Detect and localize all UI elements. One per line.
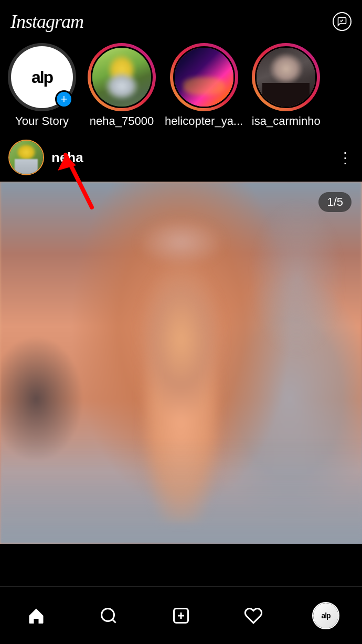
add-story-button[interactable]: +	[55, 90, 73, 108]
neha-story-avatar	[91, 46, 153, 108]
nav-home[interactable]	[20, 600, 52, 631]
neha-avatar-wrapper	[88, 43, 156, 111]
more-options-button[interactable]: ⋮	[338, 149, 354, 166]
helicopter-story-ring	[170, 43, 238, 111]
story-item-your-story[interactable]: alp + Your Story	[5, 43, 79, 128]
bottom-navigation: alp	[0, 586, 362, 644]
nav-profile[interactable]: alp	[310, 600, 342, 631]
story-item-helicopter[interactable]: helicopter_ya...	[165, 43, 243, 128]
story-item-neha[interactable]: neha_75000	[85, 43, 158, 128]
story-item-isa[interactable]: isa_carminho	[249, 43, 323, 128]
isa-story-label: isa_carminho	[252, 114, 321, 128]
app-header: Instagram	[0, 0, 362, 38]
page-counter: 1/5	[318, 192, 352, 212]
isa-story-ring	[252, 43, 320, 111]
isa-avatar-img	[257, 48, 315, 107]
nav-search[interactable]	[93, 600, 124, 631]
svg-point-2	[102, 608, 114, 621]
isa-story-avatar	[255, 46, 317, 108]
helicopter-avatar-wrapper	[170, 43, 238, 111]
isa-avatar-wrapper	[252, 43, 320, 111]
svg-line-3	[112, 619, 116, 622]
neha-story-ring	[88, 43, 156, 111]
post-image[interactable]: 1/5	[0, 182, 362, 544]
nav-likes[interactable]	[238, 600, 269, 631]
neha-avatar-img	[92, 48, 151, 107]
nav-add[interactable]	[165, 600, 197, 631]
your-story-label: Your Story	[15, 114, 69, 128]
helicopter-avatar-img	[175, 48, 233, 107]
profile-avatar: alp	[312, 602, 339, 629]
helicopter-story-avatar	[173, 46, 235, 108]
arrow-annotation	[50, 139, 113, 215]
post-avatar[interactable]	[8, 140, 44, 175]
messenger-icon[interactable]	[333, 12, 352, 31]
neha-story-label: neha_75000	[90, 114, 154, 128]
your-story-avatar-wrapper: alp +	[8, 43, 76, 111]
helicopter-story-label: helicopter_ya...	[165, 114, 243, 128]
stories-row: alp + Your Story neha_	[0, 38, 362, 133]
instagram-logo: Instagram	[10, 10, 83, 33]
